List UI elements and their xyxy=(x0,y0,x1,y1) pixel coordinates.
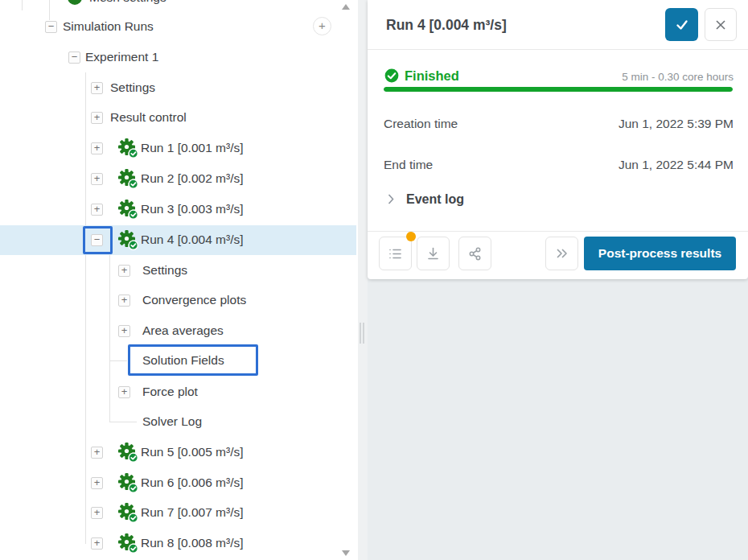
close-icon xyxy=(714,19,727,31)
gear-check-icon xyxy=(117,199,138,223)
creation-time-row: Creation time Jun 1, 2022 5:39 PM xyxy=(384,117,734,131)
toolbar-divider xyxy=(368,231,748,232)
tree-connector-line xyxy=(109,360,127,361)
expander-plus-icon[interactable]: + xyxy=(118,325,130,337)
expander-minus-icon[interactable]: − xyxy=(68,51,80,64)
simulation-workbench: Mesh settings−Simulation Runs+−Experimen… xyxy=(0,0,748,560)
share-icon xyxy=(467,246,483,261)
expander-plus-icon[interactable]: + xyxy=(118,294,130,307)
tree-item-simulation-runs[interactable]: Simulation Runs xyxy=(63,19,154,34)
expander-plus-icon[interactable]: + xyxy=(91,173,103,185)
notification-dot xyxy=(406,232,416,241)
progress-bar xyxy=(384,87,733,92)
mesh-sphere-icon xyxy=(68,0,82,5)
tree-item-area-averages[interactable]: Area averages xyxy=(142,323,224,338)
tree-item-solution-fields[interactable]: Solution Fields xyxy=(142,353,224,368)
tree-item-force-plot[interactable]: Force plot xyxy=(142,385,198,399)
close-button[interactable] xyxy=(705,8,737,41)
field-label: End time xyxy=(384,158,433,171)
expand-actions-button[interactable] xyxy=(545,237,578,270)
tree-connector-line xyxy=(109,255,110,422)
tree-item-mesh-settings[interactable]: Mesh settings xyxy=(89,0,166,5)
gear-check-icon xyxy=(117,533,138,557)
end-time-row: End time Jun 1, 2022 5:44 PM xyxy=(384,158,734,172)
tree-item-result-control[interactable]: Result control xyxy=(110,110,187,125)
confirm-button[interactable] xyxy=(665,8,698,41)
gear-check-icon xyxy=(117,229,138,253)
expander-plus-icon[interactable]: + xyxy=(118,265,130,277)
double-chevron-icon xyxy=(555,246,569,261)
expander-plus-icon[interactable]: + xyxy=(91,537,103,550)
tree-item-run-6-0-006-m-s[interactable]: Run 6 [0.006 m³/s] xyxy=(141,476,244,490)
field-label: Creation time xyxy=(384,117,458,130)
tree-item-solver-log[interactable]: Solver Log xyxy=(142,414,202,429)
tree-item-run-8-0-008-m-s[interactable]: Run 8 [0.008 m³/s] xyxy=(141,536,244,550)
tree-item-convergence-plots[interactable]: Convergence plots xyxy=(142,293,246,307)
gear-check-icon xyxy=(117,442,138,466)
gear-check-icon xyxy=(117,168,138,192)
tree-item-run-3-0-003-m-s[interactable]: Run 3 [0.003 m³/s] xyxy=(141,202,244,216)
tree-connector-line xyxy=(109,422,137,422)
tree-connector-line xyxy=(22,0,23,10)
splitter-handle-icon xyxy=(360,323,361,344)
tree-item-settings[interactable]: Settings xyxy=(110,80,155,95)
chevron-right-icon xyxy=(388,194,394,204)
expander-plus-icon[interactable]: + xyxy=(91,112,103,124)
gear-check-icon xyxy=(117,472,138,496)
scroll-down-arrow-icon[interactable] xyxy=(342,550,350,556)
gear-check-icon xyxy=(117,138,138,162)
tree-item-run-5-0-005-m-s[interactable]: Run 5 [0.005 m³/s] xyxy=(141,445,244,459)
tree-item-experiment-1[interactable]: Experiment 1 xyxy=(85,50,158,64)
event-list-icon xyxy=(388,246,403,261)
tree-item-run-7-0-007-m-s[interactable]: Run 7 [0.007 m³/s] xyxy=(141,505,244,520)
tree-item-run-1-0-001-m-s[interactable]: Run 1 [0.001 m³/s] xyxy=(141,141,244,155)
expander-plus-icon[interactable]: + xyxy=(118,386,130,398)
scroll-up-arrow-icon[interactable] xyxy=(342,4,350,10)
run-duration: 5 min - 0.30 core hours xyxy=(622,71,734,83)
event-log-label: Event log xyxy=(406,192,464,206)
expander-plus-icon[interactable]: + xyxy=(91,477,103,489)
tree-connector-line xyxy=(49,0,50,20)
panel-splitter[interactable] xyxy=(358,0,368,560)
tree-item-settings[interactable]: Settings xyxy=(142,263,187,278)
event-list-button[interactable] xyxy=(379,237,412,270)
event-log-toggle[interactable]: Event log xyxy=(388,192,464,207)
download-icon xyxy=(425,246,441,261)
field-value: Jun 1, 2022 5:44 PM xyxy=(619,158,734,172)
splitter-handle-icon xyxy=(363,323,364,344)
expander-plus-icon[interactable]: + xyxy=(91,507,103,519)
simulation-tree: Mesh settings−Simulation Runs+−Experimen… xyxy=(0,0,358,560)
add-run-button[interactable]: + xyxy=(313,17,331,35)
tree-item-run-4-0-004-m-s[interactable]: Run 4 [0.004 m³/s] xyxy=(141,233,244,247)
check-circle-icon xyxy=(384,68,399,86)
share-button[interactable] xyxy=(458,237,491,270)
divider xyxy=(368,49,748,50)
field-value: Jun 1, 2022 5:39 PM xyxy=(619,117,734,131)
check-icon xyxy=(674,17,690,33)
download-button[interactable] xyxy=(417,237,450,270)
status-badge: Finished xyxy=(405,68,459,84)
gear-check-icon xyxy=(117,502,138,526)
expander-plus-icon[interactable]: + xyxy=(91,204,103,216)
expander-plus-icon[interactable]: + xyxy=(91,447,103,459)
tree-connector-line xyxy=(85,72,86,544)
expander-minus-icon[interactable]: − xyxy=(45,21,57,33)
run-detail-panel: Run 4 [0.004 m³/s] Finished 5 min - 0.30… xyxy=(368,0,748,279)
expander-plus-icon[interactable]: + xyxy=(91,142,103,154)
panel-title: Run 4 [0.004 m³/s] xyxy=(386,17,507,34)
expander-plus-icon[interactable]: + xyxy=(91,82,103,94)
post-process-button[interactable]: Post-process results xyxy=(584,237,736,270)
tree-item-run-2-0-002-m-s[interactable]: Run 2 [0.002 m³/s] xyxy=(141,171,244,186)
expander-minus-icon[interactable]: − xyxy=(91,234,103,246)
